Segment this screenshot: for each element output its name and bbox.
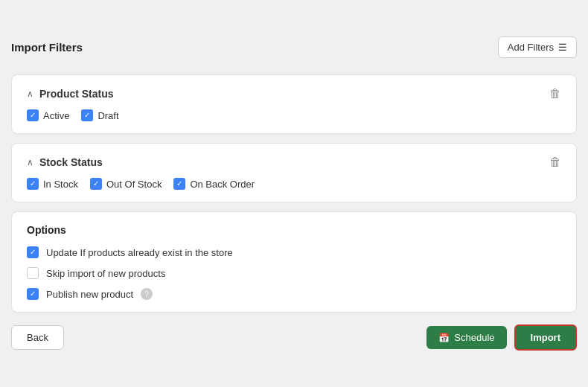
option-row-update: ✓ Update If products already exist in th… — [27, 246, 561, 258]
filter-lines-icon: ☰ — [558, 42, 567, 53]
check-icon: ✓ — [93, 180, 99, 188]
stock-status-backorder-option[interactable]: ✓ On Back Order — [173, 178, 255, 190]
check-icon: ✓ — [30, 249, 36, 256]
filters-header: Import Filters Add Filters ☰ — [11, 36, 577, 58]
schedule-button[interactable]: 📅 Schedule — [426, 326, 506, 349]
stock-status-title: Stock Status — [39, 156, 103, 168]
product-status-collapse-icon[interactable]: ∧ — [27, 89, 33, 99]
back-button[interactable]: Back — [11, 325, 64, 350]
stock-status-outofstock-label: Out Of Stock — [106, 179, 162, 190]
add-filters-button[interactable]: Add Filters ☰ — [498, 36, 577, 58]
options-title: Options — [27, 224, 561, 236]
stock-status-backorder-checkbox[interactable]: ✓ — [173, 178, 185, 190]
product-status-card: ∧ Product Status 🗑 ✓ Active ✓ Draft — [11, 74, 577, 134]
page-title: Import Filters — [11, 41, 83, 54]
options-section: Options ✓ Update If products already exi… — [11, 211, 577, 313]
stock-status-instock-option[interactable]: ✓ In Stock — [27, 178, 78, 190]
footer-right: 📅 Schedule Import — [426, 324, 577, 351]
stock-status-header: ∧ Stock Status 🗑 — [27, 156, 561, 169]
option-row-skip: Skip import of new products — [27, 267, 561, 279]
product-status-draft-option[interactable]: ✓ Draft — [81, 109, 118, 121]
option-publish-checkbox[interactable]: ✓ — [27, 288, 39, 300]
main-container: Import Filters Add Filters ☰ ∧ Product S… — [11, 36, 577, 351]
stock-status-collapse-icon[interactable]: ∧ — [27, 157, 33, 167]
stock-status-header-left: ∧ Stock Status — [27, 156, 103, 168]
product-status-draft-checkbox[interactable]: ✓ — [81, 109, 93, 121]
product-status-active-option[interactable]: ✓ Active — [27, 109, 69, 121]
product-status-draft-label: Draft — [98, 110, 118, 121]
product-status-title: Product Status — [39, 88, 114, 100]
option-update-label: Update If products already exist in the … — [46, 247, 233, 258]
check-icon: ✓ — [30, 180, 36, 188]
import-button[interactable]: Import — [514, 324, 577, 351]
check-icon: ✓ — [84, 112, 90, 119]
schedule-label: Schedule — [454, 332, 494, 343]
stock-status-outofstock-option[interactable]: ✓ Out Of Stock — [90, 178, 162, 190]
product-status-active-checkbox[interactable]: ✓ — [27, 109, 39, 121]
option-skip-checkbox[interactable] — [27, 267, 39, 279]
stock-status-instock-label: In Stock — [43, 179, 78, 190]
check-icon: ✓ — [30, 290, 36, 298]
stock-status-checkboxes: ✓ In Stock ✓ Out Of Stock ✓ On Back Orde… — [27, 178, 561, 190]
option-update-checkbox[interactable]: ✓ — [27, 246, 39, 258]
product-status-header: ∧ Product Status 🗑 — [27, 87, 561, 100]
help-icon[interactable]: ? — [141, 288, 153, 300]
stock-status-card: ∧ Stock Status 🗑 ✓ In Stock ✓ Out Of Sto… — [11, 143, 577, 202]
stock-status-backorder-label: On Back Order — [190, 179, 255, 190]
stock-status-delete-icon[interactable]: 🗑 — [549, 156, 561, 169]
product-status-delete-icon[interactable]: 🗑 — [549, 87, 561, 100]
product-status-header-left: ∧ Product Status — [27, 88, 114, 100]
option-publish-label: Publish new product — [46, 289, 133, 300]
check-icon: ✓ — [30, 112, 36, 119]
stock-status-instock-checkbox[interactable]: ✓ — [27, 178, 39, 190]
option-row-publish: ✓ Publish new product ? — [27, 288, 561, 300]
add-filters-label: Add Filters — [508, 42, 554, 53]
stock-status-outofstock-checkbox[interactable]: ✓ — [90, 178, 102, 190]
check-icon: ✓ — [176, 180, 182, 188]
footer: Back 📅 Schedule Import — [11, 324, 577, 351]
option-skip-label: Skip import of new products — [46, 268, 165, 279]
product-status-checkboxes: ✓ Active ✓ Draft — [27, 109, 561, 121]
calendar-icon: 📅 — [438, 333, 450, 343]
product-status-active-label: Active — [43, 110, 69, 121]
